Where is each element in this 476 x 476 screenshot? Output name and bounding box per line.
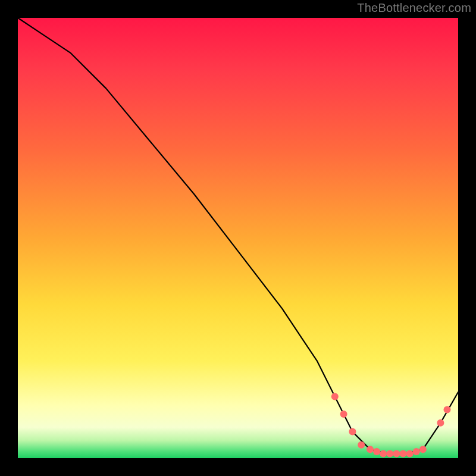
curve-marker	[367, 446, 374, 453]
plot-area	[18, 18, 458, 458]
curve-marker	[419, 446, 427, 453]
curve-marker	[340, 411, 347, 418]
bottleneck-curve	[18, 18, 458, 454]
curve-marker	[413, 448, 420, 455]
curve-marker	[349, 428, 356, 436]
curve-marker	[406, 450, 414, 458]
chart-frame: TheBottlenecker.com	[0, 0, 476, 476]
curve-marker	[358, 441, 365, 449]
curve-marker	[373, 448, 380, 455]
curve-marker	[380, 450, 387, 458]
curve-marker	[437, 419, 444, 427]
curve-marker	[331, 393, 339, 400]
curve-marker	[393, 450, 400, 458]
curve-marker	[400, 450, 407, 458]
curve-marker	[444, 406, 451, 414]
curve-svg	[18, 18, 458, 458]
curve-marker	[386, 450, 393, 458]
attribution-label: TheBottlenecker.com	[357, 1, 471, 15]
